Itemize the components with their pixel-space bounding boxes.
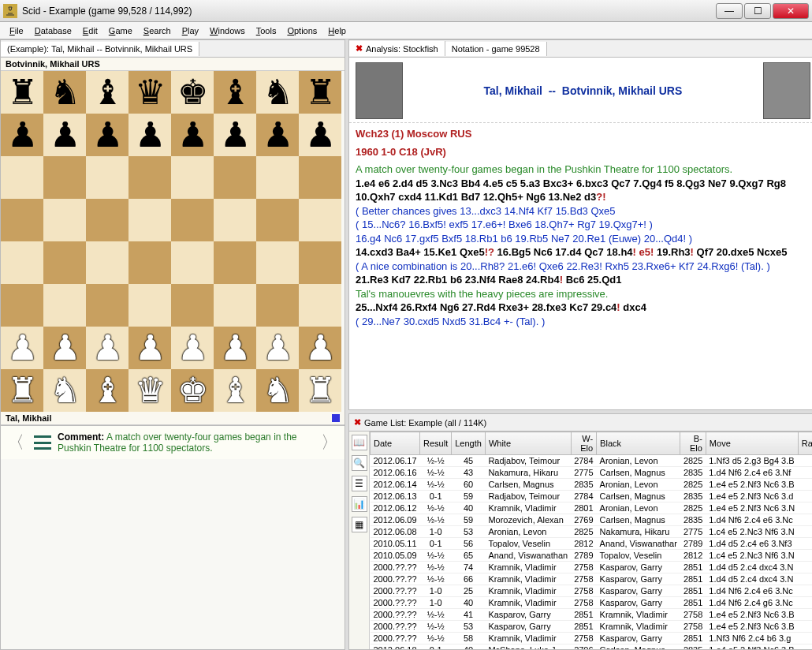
- table-row[interactable]: 2000.??.??½-½74Kramnik, Vladimir2758Kasp…: [371, 562, 813, 573]
- square[interactable]: ♟: [43, 327, 86, 369]
- square[interactable]: ♜: [299, 71, 341, 114]
- square[interactable]: ♚: [171, 71, 214, 114]
- piece[interactable]: ♟: [305, 118, 336, 152]
- table-row[interactable]: 2000.??.??½-½66Kramnik, Vladimir2758Kasp…: [371, 573, 813, 585]
- menu-search[interactable]: Search: [139, 24, 176, 37]
- piece[interactable]: ♜: [7, 373, 38, 408]
- col-move[interactable]: Move: [706, 432, 798, 455]
- square[interactable]: ♛: [129, 71, 171, 114]
- piece[interactable]: ♝: [220, 373, 251, 408]
- table-row[interactable]: 2012.06.130-159Radjabov, Teimour2784Carl…: [371, 491, 813, 502]
- maximize-button[interactable]: ☐: [744, 3, 771, 19]
- menu-game[interactable]: Game: [104, 24, 137, 37]
- square[interactable]: [1, 284, 43, 327]
- piece[interactable]: ♟: [135, 118, 166, 152]
- col-length[interactable]: Length: [452, 432, 486, 455]
- col-result[interactable]: Result: [420, 432, 452, 455]
- square[interactable]: [1, 241, 43, 284]
- square[interactable]: ♜: [1, 369, 43, 412]
- table-row[interactable]: 2012.06.17½-½45Radjabov, Teimour2784Aron…: [371, 455, 813, 467]
- square[interactable]: [214, 241, 256, 284]
- table-row[interactable]: 2012.06.09½-½59Morozevich, Alexan2769Car…: [371, 514, 813, 526]
- tab-analysis[interactable]: ✖Analysis: Stockfish: [349, 41, 445, 56]
- col-ra[interactable]: Ra: [798, 432, 812, 455]
- square[interactable]: [1, 199, 43, 241]
- square[interactable]: [86, 199, 129, 241]
- square[interactable]: ♟: [171, 114, 214, 156]
- square[interactable]: ♝: [214, 369, 256, 412]
- square[interactable]: ♟: [129, 114, 171, 156]
- square[interactable]: ♟: [256, 327, 299, 369]
- square[interactable]: ♝: [86, 369, 129, 412]
- square[interactable]: [129, 199, 171, 241]
- minimize-button[interactable]: —: [716, 3, 743, 19]
- square[interactable]: [43, 199, 86, 241]
- square[interactable]: [43, 241, 86, 284]
- square[interactable]: ♟: [1, 114, 43, 156]
- notation-body[interactable]: A match over twenty-four games began in …: [349, 159, 812, 335]
- square[interactable]: ♞: [256, 71, 299, 114]
- piece[interactable]: ♟: [220, 118, 251, 152]
- square[interactable]: ♞: [256, 369, 299, 412]
- square[interactable]: [214, 199, 256, 241]
- square[interactable]: [256, 199, 299, 241]
- menu-help[interactable]: Help: [323, 24, 351, 37]
- square[interactable]: [129, 241, 171, 284]
- menu-play[interactable]: Play: [177, 24, 203, 37]
- table-row[interactable]: 2000.??.??½-½53Kasparov, Garry2851Kramni…: [371, 621, 813, 633]
- table-row[interactable]: 2000.??.??1-040Kramnik, Vladimir2758Kasp…: [371, 597, 813, 609]
- col-w-elo[interactable]: W-Elo: [571, 432, 596, 455]
- square[interactable]: [171, 241, 214, 284]
- square[interactable]: ♛: [129, 369, 171, 412]
- square[interactable]: [256, 241, 299, 284]
- list-icon[interactable]: ☰: [352, 476, 367, 491]
- piece[interactable]: ♟: [50, 118, 80, 152]
- close-icon[interactable]: ✖: [356, 43, 363, 54]
- square[interactable]: ♟: [129, 327, 171, 369]
- piece[interactable]: ♝: [220, 75, 251, 110]
- piece[interactable]: ♛: [135, 75, 166, 110]
- square[interactable]: [1, 156, 43, 199]
- square[interactable]: ♜: [1, 71, 43, 114]
- square[interactable]: ♟: [299, 327, 341, 369]
- piece[interactable]: ♟: [263, 118, 293, 152]
- table-row[interactable]: 2012.06.16½-½43Nakamura, Hikaru2775Carls…: [371, 467, 813, 479]
- piece[interactable]: ♚: [177, 373, 208, 408]
- menu-tools[interactable]: Tools: [251, 24, 281, 37]
- board-icon[interactable]: ▦: [352, 517, 367, 532]
- piece[interactable]: ♜: [305, 75, 336, 110]
- square[interactable]: [129, 156, 171, 199]
- square[interactable]: ♟: [1, 327, 43, 369]
- piece[interactable]: ♜: [7, 75, 38, 110]
- piece[interactable]: ♞: [50, 75, 80, 110]
- piece[interactable]: ♟: [92, 331, 123, 365]
- square[interactable]: [43, 284, 86, 327]
- piece[interactable]: ♟: [7, 118, 38, 152]
- prev-move-button[interactable]: 〈: [4, 431, 28, 454]
- piece[interactable]: ♞: [263, 373, 293, 408]
- piece[interactable]: ♟: [305, 331, 336, 365]
- piece[interactable]: ♟: [177, 118, 208, 152]
- square[interactable]: ♟: [43, 114, 86, 156]
- piece[interactable]: ♟: [263, 331, 293, 365]
- square[interactable]: [256, 156, 299, 199]
- piece[interactable]: ♝: [92, 75, 123, 110]
- square[interactable]: ♟: [171, 327, 214, 369]
- table-row[interactable]: 2000.??.??½-½58Kramnik, Vladimir2758Kasp…: [371, 633, 813, 644]
- square[interactable]: [171, 284, 214, 327]
- menu-edit[interactable]: Edit: [78, 24, 102, 37]
- table-row[interactable]: 2000.??.??1-025Kramnik, Vladimir2758Kasp…: [371, 585, 813, 597]
- square[interactable]: [299, 156, 341, 199]
- piece[interactable]: ♝: [92, 373, 123, 408]
- piece[interactable]: ♛: [135, 373, 166, 408]
- piece[interactable]: ♜: [305, 373, 336, 408]
- col-date[interactable]: Date: [371, 432, 420, 455]
- square[interactable]: [299, 241, 341, 284]
- square[interactable]: [171, 156, 214, 199]
- piece[interactable]: ♟: [177, 331, 208, 365]
- square[interactable]: ♟: [214, 327, 256, 369]
- square[interactable]: [86, 284, 129, 327]
- piece[interactable]: ♟: [50, 331, 80, 365]
- menu-options[interactable]: Options: [282, 24, 322, 37]
- square[interactable]: [129, 284, 171, 327]
